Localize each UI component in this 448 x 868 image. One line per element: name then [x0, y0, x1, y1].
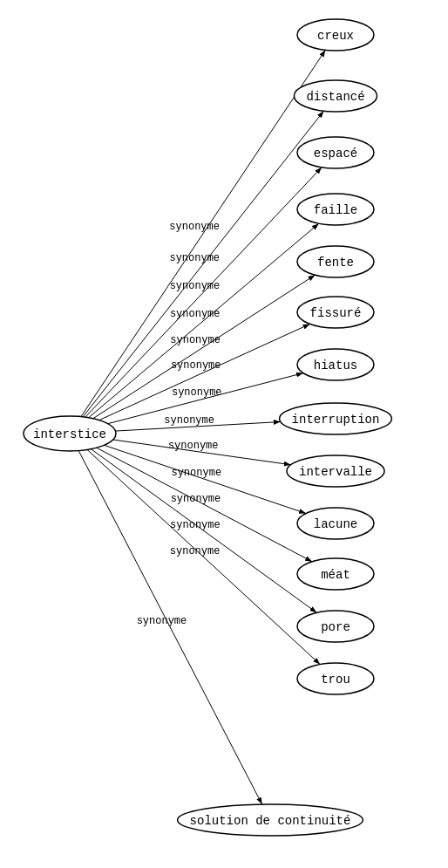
node-label-intervalle: intervalle [299, 465, 372, 479]
node-label-solution: solution de continuité [190, 814, 351, 828]
edge-label-intervalle: synonyme [168, 440, 219, 452]
center-node-label: interstice [33, 427, 106, 441]
edge-label-hiatus: synonyme [172, 386, 222, 399]
edge-label-meat: synonyme [171, 493, 221, 505]
node-label-hiatus: hiatus [314, 359, 357, 372]
edge-label-creux: synonyme [169, 221, 220, 233]
node-label-meat: méat [321, 568, 350, 582]
edge-label-lacune: synonyme [171, 467, 221, 479]
node-label-faille: faille [314, 203, 357, 217]
node-label-espace: espacé [314, 147, 357, 161]
edge-label-espace: synonyme [170, 280, 221, 292]
edge-label-pore: synonyme [170, 519, 221, 531]
node-label-distance: distancé [306, 90, 364, 104]
node-label-fissure: fissuré [310, 306, 362, 320]
edge-label-trou: synonyme [170, 545, 221, 557]
edge-label-solution: synonyme [137, 615, 187, 627]
node-label-trou: trou [321, 673, 350, 687]
node-label-creux: creux [317, 29, 354, 43]
node-label-pore: pore [321, 620, 350, 634]
diagram-svg: intersticesynonymecreuxsynonymedistancés… [0, 0, 448, 868]
node-label-lacune: lacune [314, 517, 357, 531]
edge-label-distance: synonyme [169, 252, 220, 264]
node-label-fente: fente [317, 256, 354, 270]
node-label-interruption: interruption [292, 413, 380, 427]
edge-label-interruption: synonyme [164, 414, 214, 427]
edge-label-faille: synonyme [170, 308, 221, 320]
edge-label-fissure: synonyme [171, 359, 221, 372]
edge-label-fente: synonyme [170, 334, 221, 346]
